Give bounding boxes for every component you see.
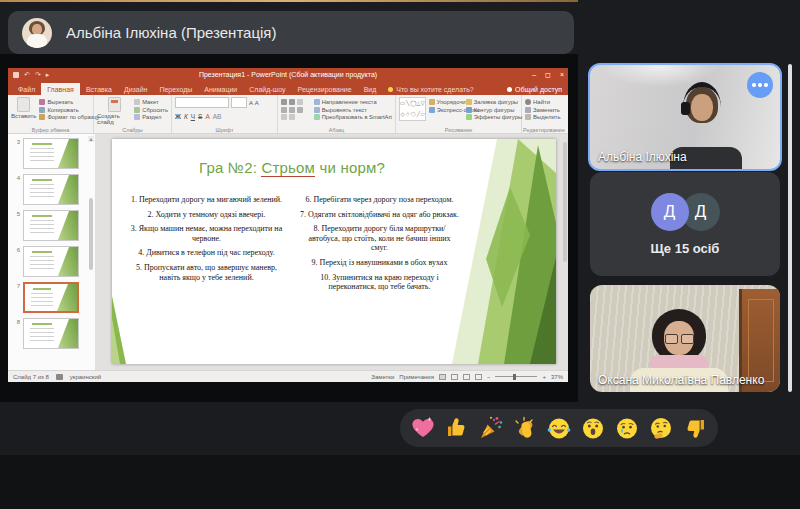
quick-access-toolbar[interactable]: ↶ ↷ ▸ [13, 68, 49, 81]
slide-thumbnail-3[interactable]: 3 [12, 138, 95, 169]
strikethrough-button[interactable]: S [198, 113, 202, 120]
tell-me-search[interactable]: Что вы хотите сделать? [388, 86, 473, 96]
ribbon-group-drawing: ▭╲◯△▽ ◇☆⬡╱▱ Упорядочить Экспресс-стили З… [396, 95, 522, 133]
zoom-out-button[interactable]: − [487, 374, 491, 380]
new-slide-button[interactable]: Создать слайд [97, 97, 131, 125]
arrange-button[interactable]: Упорядочить [429, 99, 463, 105]
more-participants-label: Ще 15 осіб [651, 241, 720, 256]
text-direction-button[interactable]: Направление текста [314, 99, 392, 105]
bold-button[interactable]: Ж [175, 113, 181, 120]
thumbnail-scroll-up-arrow[interactable]: ▲ [88, 136, 94, 142]
list-item: 9. Перехід із навушниками в обох вухах [299, 258, 460, 268]
grow-shrink-font-icons[interactable]: А А [249, 100, 259, 106]
character-spacing-button[interactable]: АВ [213, 113, 222, 120]
reset-button[interactable]: Сбросить [134, 107, 168, 113]
tab-view[interactable]: Вид [358, 83, 383, 95]
reaction-crying-face-button[interactable] [612, 413, 642, 443]
workspace-scrollbar[interactable] [563, 142, 567, 262]
reaction-astonished-face-button[interactable] [578, 413, 608, 443]
participant-name-label: Оксана Миколаївна Павленко [598, 373, 764, 387]
slide-list-right: 6. Перебігати через дорогу поза переходо… [299, 195, 460, 297]
minimize-button[interactable]: – [532, 71, 536, 78]
slide-thumbnail-6[interactable]: 6 [12, 246, 95, 277]
shape-outline-icon [466, 107, 472, 113]
more-participants-tile[interactable]: Д Д Ще 15 осіб [590, 172, 780, 276]
ribbon-group-paragraph: Направление текста Выровнять текст Преоб… [278, 95, 396, 133]
align-text-button[interactable]: Выровнять текст [314, 107, 392, 113]
font-name-combobox[interactable] [175, 97, 229, 108]
tab-home[interactable]: Главная [41, 83, 80, 95]
tab-file[interactable]: Файл [12, 83, 41, 95]
smartart-button[interactable]: Преобразовать в SmartArt [314, 114, 392, 120]
redo-icon[interactable]: ↷ [35, 71, 41, 79]
slide-thumbnail-8[interactable]: 8 [12, 318, 95, 349]
tab-animations[interactable]: Анимации [198, 83, 243, 95]
shapes-gallery[interactable]: ▭╲◯△▽ ◇☆⬡╱▱ [399, 97, 426, 121]
alignment-icons[interactable] [281, 107, 311, 113]
video-tile-albina[interactable]: Альбіна Ілюхіна [588, 63, 782, 171]
zoom-level[interactable]: 37% [551, 374, 563, 380]
close-button[interactable]: × [560, 71, 564, 78]
restore-button[interactable]: ◻ [545, 71, 551, 79]
layout-button[interactable]: Макет [134, 99, 168, 105]
video-tile-oksana[interactable]: Оксана Миколаївна Павленко [590, 285, 780, 392]
shape-outline-button[interactable]: Контур фигуры [466, 107, 522, 113]
shape-effects-button[interactable]: Эффекты фигуры [466, 114, 522, 120]
columns-icons[interactable] [281, 114, 311, 120]
participants-panel-scrollbar[interactable] [788, 64, 792, 392]
reaction-tears-of-joy-button[interactable] [544, 413, 574, 443]
font-color-button[interactable]: А [205, 113, 209, 120]
comments-toggle[interactable]: Примечания [399, 374, 434, 380]
tab-design[interactable]: Дизайн [118, 83, 154, 95]
tab-slideshow[interactable]: Слайд-шоу [243, 83, 291, 95]
undo-icon[interactable]: ↶ [24, 71, 30, 79]
reaction-thinking-face-button[interactable] [646, 413, 676, 443]
list-item: 5. Пропускати авто, що завершує маневр, … [126, 263, 287, 282]
font-size-combobox[interactable] [231, 97, 247, 108]
cut-button[interactable]: Вырезать [39, 99, 99, 105]
tab-review[interactable]: Рецензирование [292, 83, 358, 95]
find-button[interactable]: Найти [525, 99, 561, 105]
paste-button[interactable]: Вставить [11, 97, 36, 125]
slide-thumbnail-4[interactable]: 4 [12, 174, 95, 205]
section-button[interactable]: Раздел [134, 114, 168, 120]
zoom-in-button[interactable]: + [542, 374, 546, 380]
quick-styles-button[interactable]: Экспресс-стили [429, 107, 463, 113]
underline-button[interactable]: Ч [191, 113, 195, 120]
reaction-sparkling-heart-button[interactable] [408, 413, 438, 443]
presenter-name: Альбіна Ілюхіна (Презентація) [66, 24, 276, 41]
share-button[interactable]: Общий доступ [507, 86, 562, 93]
save-icon[interactable] [13, 72, 19, 78]
reading-view-icon[interactable] [463, 374, 470, 380]
zoom-slider[interactable] [495, 376, 537, 377]
zoom-slider-knob[interactable] [513, 374, 516, 380]
bullets-numbering-icons[interactable] [281, 99, 311, 105]
reaction-thumbs-up-button[interactable] [442, 413, 472, 443]
select-button[interactable]: Выделить [525, 114, 561, 120]
format-painter-button[interactable]: Формат по образцу [39, 114, 99, 120]
reaction-clapping-hands-button[interactable] [510, 413, 540, 443]
italic-button[interactable]: К [184, 113, 188, 120]
notes-toggle[interactable]: Заметки [371, 374, 394, 380]
current-slide[interactable]: Гра №2: Стрьом чи норм? 1. Переходити до… [112, 139, 556, 364]
tab-transitions[interactable]: Переходы [153, 83, 198, 95]
slideshow-view-icon[interactable] [475, 374, 482, 380]
thumbnail-scrollbar[interactable] [89, 198, 93, 270]
spellcheck-icon[interactable] [56, 374, 63, 380]
layout-icon [134, 99, 140, 105]
shape-fill-button[interactable]: Заливка фигуры [466, 99, 522, 105]
tile-more-options-button[interactable] [747, 72, 773, 98]
reaction-thumbs-down-button[interactable] [680, 413, 710, 443]
slide-thumbnail-7-selected[interactable]: 7 [12, 282, 95, 313]
slide-thumbnail-5[interactable]: 5 [12, 210, 95, 241]
quick-styles-icon [429, 107, 435, 113]
normal-view-icon[interactable] [439, 374, 446, 380]
language-indicator[interactable]: украинский [70, 374, 101, 380]
replace-button[interactable]: Заменить [525, 107, 561, 113]
slide-sorter-view-icon[interactable] [451, 374, 458, 380]
section-icon [134, 114, 140, 120]
reaction-party-popper-button[interactable] [476, 413, 506, 443]
tab-insert[interactable]: Вставка [80, 83, 118, 95]
copy-button[interactable]: Копировать [39, 107, 99, 113]
start-slideshow-icon[interactable]: ▸ [46, 71, 50, 79]
